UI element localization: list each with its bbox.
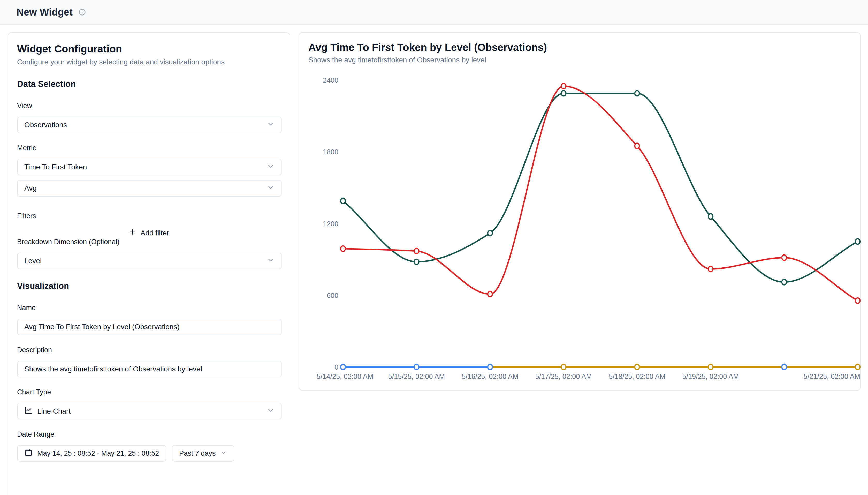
data-selection-heading: Data Selection <box>17 79 281 89</box>
add-filter-button[interactable]: Add filter <box>127 228 171 238</box>
date-range-value: May 14, 25 : 08:52 - May 21, 25 : 08:52 <box>37 449 159 458</box>
widget-configuration-panel: Widget Configuration Configure your widg… <box>8 32 290 495</box>
date-preset-button[interactable]: Past 7 days <box>172 445 234 462</box>
svg-text:5/14/25, 02:00 AM: 5/14/25, 02:00 AM <box>317 373 373 380</box>
svg-text:1200: 1200 <box>323 220 338 228</box>
metric-select-value: Time To First Token <box>24 163 87 171</box>
chevron-down-icon <box>267 256 274 266</box>
chart-subtitle: Shows the avg timetofirsttoken of Observ… <box>308 56 851 64</box>
visualization-heading: Visualization <box>17 281 281 291</box>
series-red <box>341 84 860 303</box>
metric-label: Metric <box>17 144 281 152</box>
aggregation-select-value: Avg <box>24 184 37 192</box>
page-header: New Widget <box>0 0 868 25</box>
chart-type-select[interactable]: Line Chart <box>17 403 282 420</box>
chevron-down-icon <box>267 163 274 172</box>
chart-type-select-value: Line Chart <box>37 407 71 415</box>
svg-text:2400: 2400 <box>323 76 338 84</box>
chevron-down-icon <box>267 120 274 130</box>
info-icon[interactable] <box>78 8 86 16</box>
svg-text:5/15/25, 02:00 AM: 5/15/25, 02:00 AM <box>388 373 445 380</box>
svg-text:600: 600 <box>327 292 338 300</box>
aggregation-select[interactable]: Avg <box>17 180 282 197</box>
view-label: View <box>17 102 281 110</box>
filters-label: Filters <box>17 212 281 220</box>
svg-text:0: 0 <box>335 363 338 371</box>
date-preset-value: Past 7 days <box>179 449 216 458</box>
date-range-label: Date Range <box>17 430 281 438</box>
svg-text:5/21/25, 02:00 AM: 5/21/25, 02:00 AM <box>804 373 860 380</box>
calendar-icon <box>24 448 33 459</box>
line-chart-icon <box>24 406 33 416</box>
svg-text:5/16/25, 02:00 AM: 5/16/25, 02:00 AM <box>462 373 518 380</box>
metric-select[interactable]: Time To First Token <box>17 159 282 175</box>
page-title: New Widget <box>17 7 73 18</box>
config-subtitle: Configure your widget by selecting data … <box>17 58 281 66</box>
view-select-value: Observations <box>24 121 67 129</box>
svg-text:1800: 1800 <box>323 148 338 156</box>
config-title: Widget Configuration <box>17 43 281 55</box>
view-select[interactable]: Observations <box>17 117 282 133</box>
breakdown-select[interactable]: Level <box>17 253 282 269</box>
chevron-down-icon <box>267 184 274 193</box>
chevron-down-icon <box>267 407 274 416</box>
name-label: Name <box>17 304 281 312</box>
description-label: Description <box>17 346 281 354</box>
name-input[interactable] <box>17 319 282 335</box>
plus-icon <box>129 228 137 238</box>
svg-text:5/19/25, 02:00 AM: 5/19/25, 02:00 AM <box>683 373 739 380</box>
chart-title: Avg Time To First Token by Level (Observ… <box>308 41 851 53</box>
breakdown-label: Breakdown Dimension (Optional) <box>17 238 281 246</box>
date-range-button[interactable]: May 14, 25 : 08:52 - May 21, 25 : 08:52 <box>17 445 166 462</box>
add-filter-label: Add filter <box>141 229 169 237</box>
chart-type-label: Chart Type <box>17 388 281 396</box>
chevron-down-icon <box>220 449 227 458</box>
description-input[interactable] <box>17 361 282 377</box>
breakdown-select-value: Level <box>24 257 42 265</box>
chart-preview-panel: Avg Time To First Token by Level (Observ… <box>299 32 861 391</box>
svg-text:5/17/25, 02:00 AM: 5/17/25, 02:00 AM <box>535 373 592 380</box>
svg-text:5/18/25, 02:00 AM: 5/18/25, 02:00 AM <box>609 373 665 380</box>
page: New Widget Widget Configuration Configur… <box>0 0 868 495</box>
line-chart: 06001200180024005/14/25, 02:00 AM5/15/25… <box>299 72 861 391</box>
series-amber <box>488 364 860 370</box>
